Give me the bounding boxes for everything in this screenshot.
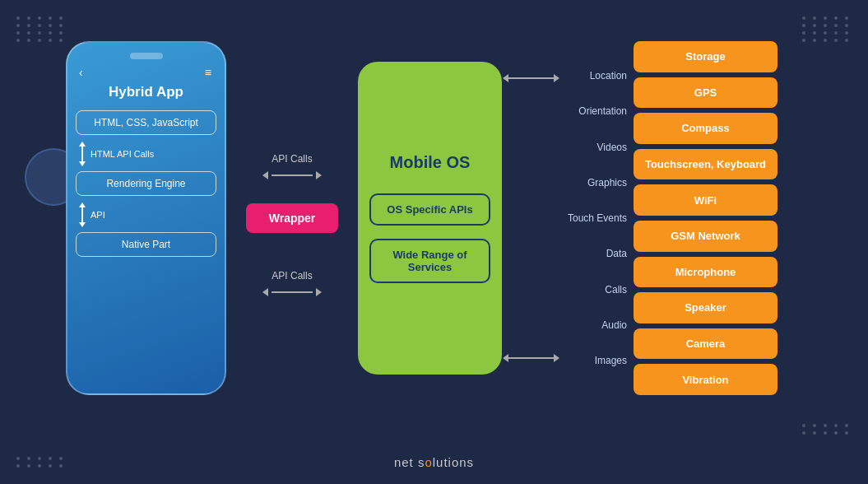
btn-camera: Camera bbox=[634, 328, 777, 360]
phone-mockup: ‹ ≡ Hybrid App HTML, CSS, JavaScript HTM… bbox=[66, 41, 226, 395]
label-calls: Calls bbox=[559, 284, 634, 296]
arrow-right-4-icon bbox=[554, 354, 559, 362]
arrow-line-vert-2 bbox=[81, 207, 83, 222]
arrow-left-4-icon bbox=[503, 354, 508, 362]
footer-highlight: o bbox=[425, 455, 432, 469]
label-videos: Videos bbox=[559, 142, 634, 153]
label-data: Data bbox=[559, 248, 634, 259]
api-calls-bottom-group: API Calls bbox=[262, 270, 322, 300]
arrow-right-icon bbox=[316, 171, 322, 179]
bidir-arrow-top bbox=[503, 74, 559, 82]
phone-box-native: Native Part bbox=[76, 232, 216, 257]
arrow-line-vert bbox=[81, 147, 83, 161]
h-line-1 bbox=[272, 175, 313, 176]
api-calls-top-arrow bbox=[262, 171, 322, 179]
phone-box-html: HTML, CSS, JavaScript bbox=[76, 110, 216, 135]
phone-api-section-1: HTML API Calls bbox=[76, 142, 216, 166]
wrapper-button: Wrapper bbox=[246, 203, 339, 233]
html-api-label: HTML API Calls bbox=[91, 148, 154, 160]
middle-section: API Calls Wrapper API Calls bbox=[226, 54, 358, 383]
bidir-line-top bbox=[508, 77, 554, 79]
labels-column: Location Orientation Videos Graphics Tou… bbox=[559, 62, 634, 375]
api-calls-top-group: API Calls bbox=[262, 153, 322, 183]
btn-touchscreen: Touchscreen, Keyboard bbox=[634, 149, 777, 180]
btn-speaker: Speaker bbox=[634, 292, 777, 323]
arrow-right-2-icon bbox=[316, 288, 322, 296]
btn-gps: GPS bbox=[634, 77, 777, 109]
mobile-os-box: Mobile OS OS Specific APIs Wide Range of… bbox=[358, 62, 502, 375]
bidir-line-bottom bbox=[508, 357, 554, 359]
wide-range-services-box: Wide Range of Services bbox=[369, 239, 490, 283]
btn-storage: Storage bbox=[634, 41, 777, 72]
btn-compass: Compass bbox=[634, 113, 777, 144]
api-calls-bottom-arrow bbox=[262, 288, 322, 296]
decorative-dots-topleft bbox=[16, 16, 66, 42]
footer-text-before: net s bbox=[394, 455, 425, 469]
btn-wifi: WiFi bbox=[634, 184, 777, 216]
vertical-arrow-1 bbox=[79, 142, 86, 166]
phone-notch bbox=[130, 53, 163, 59]
label-location: Location bbox=[559, 70, 634, 81]
label-images: Images bbox=[559, 355, 634, 366]
label-graphics: Graphics bbox=[559, 177, 634, 188]
decorative-dots-topright bbox=[802, 16, 852, 42]
phone-api-section-2: API bbox=[76, 202, 216, 227]
footer-logo: net solutions bbox=[394, 455, 474, 469]
btn-microphone: Microphone bbox=[634, 257, 777, 288]
api-calls-top-label: API Calls bbox=[272, 153, 312, 165]
back-icon: ‹ bbox=[79, 66, 83, 79]
label-orientation: Orientation bbox=[559, 105, 634, 117]
arrow-down-2-icon bbox=[79, 222, 86, 227]
api-calls-bottom-label: API Calls bbox=[272, 270, 312, 282]
label-audio: Audio bbox=[559, 319, 634, 331]
menu-icon: ≡ bbox=[205, 66, 213, 79]
btn-vibration: Vibration bbox=[634, 364, 777, 395]
h-line-2 bbox=[272, 291, 313, 293]
arrow-left-3-icon bbox=[503, 74, 508, 82]
footer-text-after: lutions bbox=[433, 455, 474, 469]
label-touch-events: Touch Events bbox=[559, 212, 634, 224]
orange-buttons-column: Storage GPS Compass Touchscreen, Keyboar… bbox=[634, 41, 777, 395]
phone-app-title: Hybrid App bbox=[76, 84, 216, 100]
os-specific-apis-box: OS Specific APIs bbox=[369, 193, 490, 226]
decorative-dots-bottomright bbox=[802, 424, 852, 435]
arrow-left-icon bbox=[262, 171, 268, 179]
mobile-os-title: Mobile OS bbox=[390, 153, 471, 172]
arrow-left-2-icon bbox=[262, 288, 268, 296]
api-label: API bbox=[91, 209, 105, 221]
bidir-arrow-bottom bbox=[503, 354, 559, 362]
vertical-arrow-2 bbox=[79, 202, 86, 227]
arrow-down-icon bbox=[79, 161, 86, 166]
btn-gsm: GSM Network bbox=[634, 221, 777, 252]
phone-header: ‹ ≡ bbox=[76, 66, 216, 79]
arrow-right-3-icon bbox=[554, 74, 559, 82]
decorative-dots-bottomleft bbox=[16, 457, 66, 468]
bidir-arrows-col bbox=[502, 54, 559, 383]
main-diagram: ‹ ≡ Hybrid App HTML, CSS, JavaScript HTM… bbox=[66, 41, 843, 395]
phone-box-rendering: Rendering Engine bbox=[76, 171, 216, 196]
